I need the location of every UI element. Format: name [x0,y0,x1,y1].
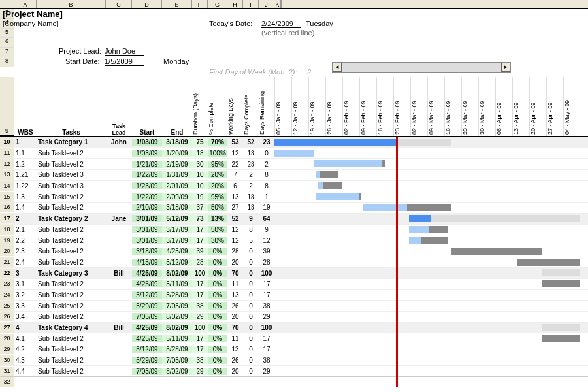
wbs-cell[interactable]: 3.4 [14,313,37,320]
dr-cell[interactable]: 64 [259,215,274,222]
start-cell[interactable]: 1/21/09 [132,161,162,168]
wd-cell[interactable]: 7 [227,171,243,178]
end-cell[interactable]: 5/12/09 [162,215,192,222]
dc-cell[interactable]: 0 [243,313,259,320]
end-cell[interactable]: 7/05/09 [162,302,192,310]
task-cell[interactable]: Sub Tasklevel 2 [37,237,106,244]
wbs-cell[interactable]: 4.4 [14,368,37,375]
start-cell[interactable]: 1/03/09 [132,150,162,157]
task-cell[interactable]: Sub Tasklevel 2 [37,259,106,266]
dur-cell[interactable]: 73 [192,215,208,222]
wd-cell[interactable]: 11 [227,280,243,287]
start-cell[interactable]: 7/05/09 [132,313,162,320]
dur-cell[interactable]: 17 [192,335,208,342]
dr-cell[interactable]: 100 [259,324,274,331]
start-cell[interactable]: 3/01/09 [132,215,162,222]
dur-cell[interactable]: 100 [192,270,208,277]
dur-cell[interactable]: 17 [192,280,208,287]
dur-cell[interactable]: 17 [192,226,208,233]
end-cell[interactable]: 4/25/09 [162,248,192,255]
task-cell[interactable]: Sub Tasklevel 2 [37,193,106,201]
wbs-cell[interactable]: 3.1 [14,280,37,287]
dc-cell[interactable]: 0 [243,357,259,364]
pct-cell[interactable]: 20% [208,171,227,178]
dr-cell[interactable]: 12 [259,237,274,244]
col-letter[interactable]: D [132,0,162,8]
dr-cell[interactable]: 17 [259,280,274,287]
timeline-scrollbar[interactable]: ◄ ► [332,62,511,73]
task-cell[interactable]: Sub Tasklevel 2 [37,161,106,168]
wbs-cell[interactable]: 2.3 [14,248,37,255]
task-cell[interactable]: Sub Tasklevel 2 [37,226,106,233]
dur-cell[interactable]: 39 [192,248,208,255]
dc-cell[interactable]: 5 [243,237,259,244]
task-cell[interactable]: Sub Tasklevel 2 [37,302,106,310]
pct-cell[interactable]: 0% [208,302,227,310]
dur-cell[interactable]: 17 [192,237,208,244]
pct-cell[interactable]: 0% [208,248,227,255]
wd-cell[interactable]: 20 [227,313,243,320]
wd-cell[interactable]: 22 [227,161,243,168]
pct-cell[interactable]: 30% [208,237,227,244]
end-cell[interactable]: 5/28/09 [162,291,192,299]
task-cell[interactable]: Sub Tasklevel 2 [37,204,106,211]
col-letter[interactable]: E [162,0,192,8]
col-letter[interactable]: A [14,0,37,8]
wbs-cell[interactable]: 1.22 [14,182,37,189]
wbs-cell[interactable]: 4.3 [14,357,37,364]
dc-cell[interactable]: 8 [243,226,259,233]
col-dur[interactable]: Duration (Days) [192,77,199,136]
lead-cell[interactable]: Bill [106,270,132,277]
dr-cell[interactable]: 17 [259,291,274,299]
pct-cell[interactable]: 0% [208,324,227,331]
col-letter[interactable]: F [192,0,208,8]
col-start[interactable]: Start [132,77,162,136]
company-name[interactable]: [Company Name] [3,20,59,27]
gantt-bar-total[interactable] [542,269,580,276]
pct-cell[interactable]: 0% [208,357,227,364]
end-cell[interactable]: 7/05/09 [162,357,192,364]
wbs-cell[interactable]: 2 [14,215,37,222]
end-cell[interactable]: 2/09/09 [162,193,192,201]
wd-cell[interactable]: 20 [227,259,243,266]
dur-cell[interactable]: 19 [192,193,208,201]
scroll-left-icon[interactable]: ◄ [333,63,342,72]
start-cell[interactable]: 5/12/09 [132,346,162,353]
col-wbs[interactable]: WBS [14,77,37,136]
pct-cell[interactable]: 50% [208,204,227,211]
start-cell[interactable]: 3/01/09 [132,226,162,233]
task-cell[interactable]: Sub Tasklevel 2 [37,150,106,157]
task-cell[interactable]: Sub Tasklevel 2 [37,346,106,353]
pct-cell[interactable]: 70% [208,139,227,146]
dc-cell[interactable]: 2 [243,182,259,189]
end-cell[interactable]: 8/02/09 [162,313,192,320]
task-cell[interactable]: Sub Tasklevel 2 [37,291,106,299]
task-cell[interactable]: Sub Tasklevel 2 [37,313,106,320]
end-cell[interactable]: 5/11/09 [162,335,192,342]
dc-cell[interactable]: 0 [243,368,259,375]
wd-cell[interactable]: 11 [227,335,243,342]
dc-cell[interactable]: 0 [243,280,259,287]
pct-cell[interactable]: 13% [208,215,227,222]
wbs-cell[interactable]: 3 [14,270,37,277]
dur-cell[interactable]: 29 [192,313,208,320]
wd-cell[interactable]: 13 [227,291,243,299]
dr-cell[interactable]: 9 [259,226,274,233]
col-letter[interactable]: K [274,0,281,8]
dur-cell[interactable]: 37 [192,204,208,211]
dur-cell[interactable]: 17 [192,346,208,353]
task-cell[interactable]: Sub Tasklevel 2 [37,280,106,287]
wbs-cell[interactable]: 4.1 [14,335,37,342]
task-cell[interactable]: Task Category 4 [37,324,106,331]
end-cell[interactable]: 2/01/09 [162,182,192,189]
end-cell[interactable]: 3/17/09 [162,237,192,244]
end-cell[interactable]: 3/18/09 [162,139,192,146]
task-cell[interactable]: Task Category 3 [37,270,106,277]
dur-cell[interactable]: 38 [192,357,208,364]
dur-cell[interactable]: 75 [192,139,208,146]
dr-cell[interactable]: 19 [259,204,274,211]
col-letter[interactable]: G [208,0,227,8]
wbs-cell[interactable]: 1.21 [14,171,37,178]
dc-cell[interactable]: 0 [243,324,259,331]
col-letter[interactable]: H [227,0,243,8]
